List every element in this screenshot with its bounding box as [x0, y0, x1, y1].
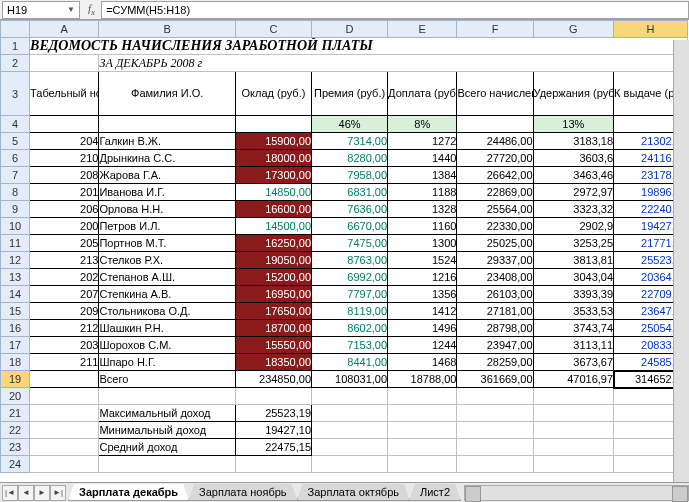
- fio[interactable]: Жарова Г.А.: [99, 167, 236, 184]
- doplata[interactable]: 1412: [388, 303, 457, 320]
- row-header-24[interactable]: 24: [1, 456, 30, 473]
- total[interactable]: 22869,00: [457, 184, 533, 201]
- tabnum[interactable]: 205: [30, 235, 99, 252]
- doplata[interactable]: 1356: [388, 286, 457, 303]
- total[interactable]: 26642,00: [457, 167, 533, 184]
- total[interactable]: 23408,00: [457, 269, 533, 286]
- totals-tot[interactable]: 361669,00: [457, 371, 533, 388]
- oklad[interactable]: 18350,00: [235, 354, 311, 371]
- premia[interactable]: 7958,00: [312, 167, 388, 184]
- totals-pr[interactable]: 108031,00: [312, 371, 388, 388]
- tabnum[interactable]: 202: [30, 269, 99, 286]
- col-header-B[interactable]: B: [99, 21, 236, 38]
- col-header-D[interactable]: D: [312, 21, 388, 38]
- total[interactable]: 27181,00: [457, 303, 533, 320]
- oklad[interactable]: 18700,00: [235, 320, 311, 337]
- row-header-22[interactable]: 22: [1, 422, 30, 439]
- stat-value-2[interactable]: 22475,15: [235, 439, 311, 456]
- title-cell[interactable]: ВЕДОМОСТЬ НАЧИСЛЕНИЯ ЗАРАБОТНОЙ ПЛАТЫ: [30, 38, 688, 55]
- premia[interactable]: 7314,00: [312, 133, 388, 150]
- tabnum[interactable]: 203: [30, 337, 99, 354]
- tabnum[interactable]: 212: [30, 320, 99, 337]
- stat-value-1[interactable]: 19427,10: [235, 422, 311, 439]
- uderzh[interactable]: 2902,9: [533, 218, 614, 235]
- percent-D[interactable]: 46%: [312, 116, 388, 133]
- premia[interactable]: 7153,00: [312, 337, 388, 354]
- row-header-9[interactable]: 9: [1, 201, 30, 218]
- doplata[interactable]: 1272: [388, 133, 457, 150]
- row-header-2[interactable]: 2: [1, 55, 30, 72]
- stat-value-0[interactable]: 25523,19: [235, 405, 311, 422]
- row-header-13[interactable]: 13: [1, 269, 30, 286]
- premia[interactable]: 8441,00: [312, 354, 388, 371]
- total[interactable]: 27720,00: [457, 150, 533, 167]
- oklad[interactable]: 18000,00: [235, 150, 311, 167]
- oklad[interactable]: 16600,00: [235, 201, 311, 218]
- row-header-16[interactable]: 16: [1, 320, 30, 337]
- fio[interactable]: Орлова Н.Н.: [99, 201, 236, 218]
- row-header-23[interactable]: 23: [1, 439, 30, 456]
- formula-input[interactable]: =СУММ(H5:H18): [101, 1, 689, 19]
- oklad[interactable]: 19050,00: [235, 252, 311, 269]
- uderzh[interactable]: 3533,53: [533, 303, 614, 320]
- premia[interactable]: 6670,00: [312, 218, 388, 235]
- row-header-19[interactable]: 19: [1, 371, 30, 388]
- fio[interactable]: Галкин В.Ж.: [99, 133, 236, 150]
- stat-label-0[interactable]: Максимальный доход: [99, 405, 236, 422]
- doplata[interactable]: 1440: [388, 150, 457, 167]
- row-header-7[interactable]: 7: [1, 167, 30, 184]
- totals-ok[interactable]: 234850,00: [235, 371, 311, 388]
- horizontal-scrollbar[interactable]: [464, 485, 689, 501]
- total[interactable]: 24486,00: [457, 133, 533, 150]
- doplata[interactable]: 1384: [388, 167, 457, 184]
- oklad[interactable]: 15900,00: [235, 133, 311, 150]
- oklad[interactable]: 17650,00: [235, 303, 311, 320]
- total[interactable]: 29337,00: [457, 252, 533, 269]
- fio[interactable]: Шпаро Н.Г.: [99, 354, 236, 371]
- fio[interactable]: Шорохов С.М.: [99, 337, 236, 354]
- tabnum[interactable]: 201: [30, 184, 99, 201]
- row-header-14[interactable]: 14: [1, 286, 30, 303]
- percent-G[interactable]: 13%: [533, 116, 614, 133]
- total[interactable]: 28798,00: [457, 320, 533, 337]
- row-header-12[interactable]: 12: [1, 252, 30, 269]
- name-box[interactable]: H19 ▼: [2, 1, 80, 19]
- doplata[interactable]: 1244: [388, 337, 457, 354]
- fio[interactable]: Стелков Р.Х.: [99, 252, 236, 269]
- header-C[interactable]: Оклад (руб.): [235, 72, 311, 116]
- uderzh[interactable]: 3673,67: [533, 354, 614, 371]
- stat-label-2[interactable]: Средний доход: [99, 439, 236, 456]
- tab-last-icon[interactable]: ►|: [50, 485, 66, 501]
- row-header-4[interactable]: 4: [1, 116, 30, 133]
- oklad[interactable]: 17300,00: [235, 167, 311, 184]
- row-header-1[interactable]: 1: [1, 38, 30, 55]
- sheet-tab-1[interactable]: Зарплата ноябрь: [188, 484, 298, 501]
- tabnum[interactable]: 208: [30, 167, 99, 184]
- row-header-6[interactable]: 6: [1, 150, 30, 167]
- fio[interactable]: Иванова И.Г.: [99, 184, 236, 201]
- premia[interactable]: 8602,00: [312, 320, 388, 337]
- fx-icon[interactable]: fx: [82, 2, 101, 17]
- uderzh[interactable]: 3813,81: [533, 252, 614, 269]
- fio[interactable]: Стольникова О.Д.: [99, 303, 236, 320]
- col-header-A[interactable]: A: [30, 21, 99, 38]
- doplata[interactable]: 1300: [388, 235, 457, 252]
- totals-ud[interactable]: 47016,97: [533, 371, 614, 388]
- row-header-8[interactable]: 8: [1, 184, 30, 201]
- col-header-G[interactable]: G: [533, 21, 614, 38]
- select-all-corner[interactable]: [1, 21, 30, 38]
- premia[interactable]: 6992,00: [312, 269, 388, 286]
- row-header-21[interactable]: 21: [1, 405, 30, 422]
- row-header-15[interactable]: 15: [1, 303, 30, 320]
- sheet-tab-3[interactable]: Лист2: [409, 484, 461, 501]
- total[interactable]: 28259,00: [457, 354, 533, 371]
- percent-E[interactable]: 8%: [388, 116, 457, 133]
- tabnum[interactable]: 206: [30, 201, 99, 218]
- header-A[interactable]: Табельный номер: [30, 72, 99, 116]
- uderzh[interactable]: 3183,18: [533, 133, 614, 150]
- uderzh[interactable]: 3043,04: [533, 269, 614, 286]
- tabnum[interactable]: 213: [30, 252, 99, 269]
- total[interactable]: 22330,00: [457, 218, 533, 235]
- premia[interactable]: 8119,00: [312, 303, 388, 320]
- uderzh[interactable]: 3393,39: [533, 286, 614, 303]
